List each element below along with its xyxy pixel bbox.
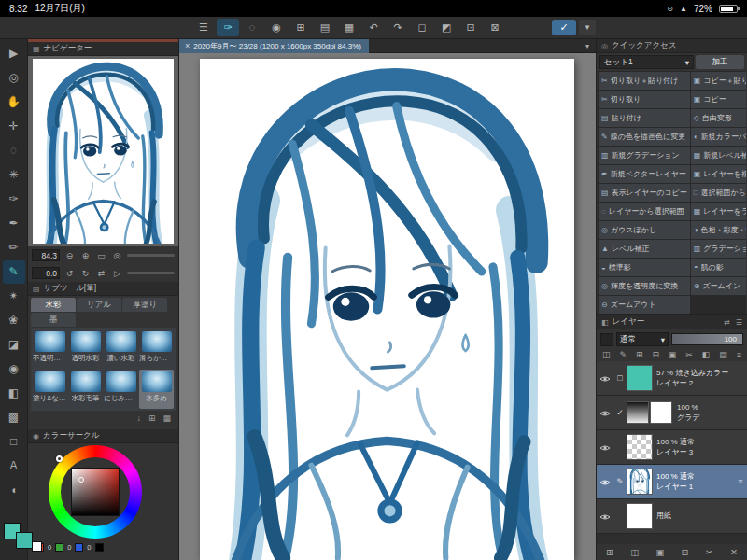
quick-access-item[interactable]: ◑ 色相・彩度・明度: [691, 221, 746, 239]
undo-icon[interactable]: ↶: [362, 19, 385, 36]
brush-item[interactable]: 水多め: [139, 370, 174, 409]
layer-toolbar-icon[interactable]: ⊞: [636, 350, 643, 359]
layer-toolbar-icon[interactable]: ▤: [719, 350, 727, 359]
tab-list-chevron-icon[interactable]: ▾: [579, 42, 596, 50]
layers-menu-icon[interactable]: ☰: [736, 318, 742, 327]
pencil-tool[interactable]: ✏: [3, 236, 25, 259]
brush-item[interactable]: 透明水彩: [68, 329, 103, 369]
black-chip[interactable]: [95, 543, 104, 552]
quick-access-item[interactable]: ⊖ ズームアウト: [599, 296, 690, 314]
quick-access-item[interactable]: ◎ ガウスぼかし: [599, 221, 690, 239]
toolbar-collapse-chevron-icon[interactable]: ▾: [579, 20, 596, 35]
canvas-settings-icon[interactable]: ⊞: [289, 19, 312, 36]
layer-footer-icon[interactable]: ◫: [630, 547, 639, 557]
airbrush-tool[interactable]: ✴: [3, 285, 25, 308]
canvas-surround[interactable]: [179, 53, 596, 560]
close-tab-icon[interactable]: ×: [185, 41, 190, 50]
subtool-tab[interactable]: リアル: [77, 298, 121, 312]
layer-toolbar-icon[interactable]: ◧: [702, 350, 711, 359]
quick-access-item[interactable]: ▦ 新規レベル補正: [691, 147, 746, 164]
quick-access-set-dropdown[interactable]: セット1 ▾: [599, 55, 694, 69]
layer-footer-icon[interactable]: ▣: [655, 547, 664, 557]
brush-tool[interactable]: ✎: [3, 260, 25, 284]
deselect-icon[interactable]: ⊡: [459, 19, 482, 36]
layer-mask-thumbnail[interactable]: [650, 401, 672, 424]
redo-icon[interactable]: ↷: [387, 19, 409, 36]
quick-access-item[interactable]: ✎ 線の色を描画色に変更: [599, 128, 690, 146]
quick-access-item[interactable]: ▥ グラデーションマップ: [691, 240, 746, 258]
brush-item[interactable]: 滑らか水彩: [139, 329, 174, 369]
quick-access-item[interactable]: ▣ コピー＋貼り付け: [691, 72, 746, 90]
eraser-tool[interactable]: ◪: [3, 333, 25, 357]
artwork-layer-thumbnail[interactable]: [627, 469, 653, 495]
current-tool-icon[interactable]: ✑: [217, 19, 239, 36]
auto-select-tool[interactable]: ✳: [3, 163, 25, 187]
brush-item[interactable]: 濃い水彩: [104, 329, 138, 369]
brush-item[interactable]: 水彩毛筆: [68, 370, 103, 409]
zoom-control-icon[interactable]: ⊖: [63, 251, 77, 260]
paper-layer-thumbnail[interactable]: [627, 503, 653, 529]
canvas-page[interactable]: [200, 59, 574, 560]
layer-toolbar-icon[interactable]: ▣: [669, 350, 677, 359]
quick-access-mode-button[interactable]: 加工: [696, 55, 744, 69]
export-icon[interactable]: ▦: [338, 19, 360, 36]
quick-access-item[interactable]: ▤ 表示レイヤーのコピー: [599, 184, 690, 202]
layer-toolbar-icon[interactable]: ◫: [602, 350, 611, 359]
quick-access-item[interactable]: ▣ レイヤーを複製: [691, 165, 746, 183]
zoom-value[interactable]: 84.3: [32, 249, 60, 261]
quick-access-item[interactable]: ▤ 貼り付け: [599, 109, 690, 127]
quick-access-item[interactable]: ◒ 標準影: [599, 259, 690, 276]
gradient-layer-thumbnail[interactable]: [627, 401, 649, 424]
brush-item[interactable]: にじみ縁水彩: [104, 370, 138, 409]
quick-access-item[interactable]: ✂ 切り取り: [599, 91, 690, 108]
text-tool[interactable]: A: [3, 455, 25, 478]
visibility-eye-icon[interactable]: [597, 439, 613, 455]
figure-tool[interactable]: □: [3, 430, 25, 454]
layer-toolbar-icon[interactable]: ≡: [737, 350, 741, 359]
quick-access-item[interactable]: ▦ レイヤーをラスタライズ: [691, 203, 746, 220]
brush-item[interactable]: 塗り&なじませ: [33, 370, 67, 409]
zoom-tool[interactable]: ◎: [3, 66, 25, 90]
balloon-tool[interactable]: ◖: [3, 479, 25, 502]
sub-color-swatch[interactable]: [16, 532, 33, 549]
lasso-icon[interactable]: ◉: [265, 19, 288, 36]
layer-toolbar-icon[interactable]: ✂: [685, 350, 693, 359]
layer-drag-handle[interactable]: ≡: [734, 477, 747, 486]
layers-swap-icon[interactable]: ⇄: [724, 318, 730, 327]
selection-tool[interactable]: ◌: [3, 139, 25, 162]
zoom-control-icon[interactable]: ◎: [110, 251, 124, 260]
quick-access-item[interactable]: ▲ レベル補正: [599, 240, 690, 258]
subtool-footer-icon[interactable]: ↓: [136, 413, 141, 423]
subtool-tab[interactable]: 厚塗り: [122, 298, 167, 312]
eyedropper-tool[interactable]: ✑: [3, 188, 25, 211]
visibility-eye-icon[interactable]: [597, 473, 613, 490]
move-tool[interactable]: ✛: [3, 115, 25, 138]
layer-footer-icon[interactable]: ✂: [706, 547, 713, 557]
quick-access-item[interactable]: ✒ 新規ベクターレイヤー: [599, 165, 690, 183]
subtool-tab[interactable]: 水彩: [31, 298, 76, 312]
layer-footer-icon[interactable]: ✕: [730, 547, 738, 557]
rotation-slider[interactable]: [127, 272, 175, 274]
invert-selection-icon[interactable]: ◩: [435, 19, 458, 36]
operation-tool[interactable]: ▶: [3, 42, 25, 65]
select-all-icon[interactable]: ◻: [411, 19, 433, 36]
document-tab[interactable]: × 2020年9月〜 23/28 (1200 x 1600px 350dpi 8…: [179, 39, 369, 53]
selection-launcher-icon[interactable]: ⊠: [484, 19, 506, 36]
marquee-icon[interactable]: ◌: [241, 19, 263, 36]
layer-row[interactable]: □ 57 % 焼き込みカラー レイヤー 2: [597, 361, 747, 396]
pen-tool[interactable]: ✒: [3, 212, 25, 235]
quick-access-item[interactable]: ⊕ ズームイン: [691, 277, 746, 295]
zoom-control-icon[interactable]: ⊕: [78, 251, 92, 260]
quick-access-item[interactable]: ◓ 肌の影: [691, 259, 746, 276]
layer-color-swatch[interactable]: [600, 333, 613, 346]
subtool-footer-icon[interactable]: ⊞: [148, 413, 156, 423]
green-chip[interactable]: [55, 543, 63, 552]
fill-tool[interactable]: ◧: [3, 382, 25, 405]
layer-row-paper[interactable]: 用紙: [597, 499, 747, 534]
layer-row-selected[interactable]: ✎ 100 % 通常 レイヤー 1 ≡: [597, 465, 747, 499]
layer-thumbnail[interactable]: [627, 365, 653, 391]
decoration-tool[interactable]: ❀: [3, 309, 25, 332]
blend-tool[interactable]: ◉: [3, 357, 25, 381]
layer-row[interactable]: ✓ 100 % グラデ: [597, 396, 747, 430]
layer-toolbar-icon[interactable]: ⊟: [652, 350, 659, 359]
